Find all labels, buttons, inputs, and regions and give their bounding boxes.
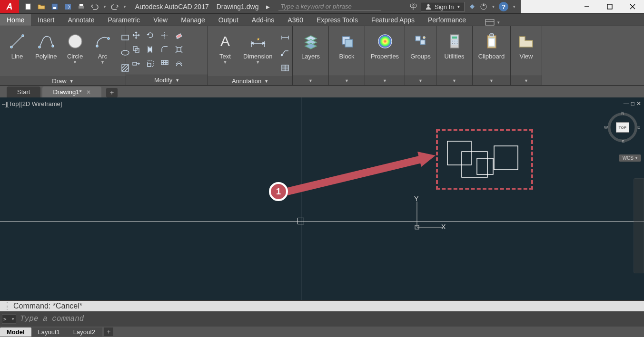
erase-icon[interactable] — [173, 29, 185, 41]
a360-icon[interactable] — [480, 3, 487, 10]
panel-modify-footer[interactable]: Modify▼ — [126, 75, 208, 85]
drawing-canvas[interactable]: –][Top][2D Wireframe] — □ ✕ Y X 1 TOP N — [0, 97, 644, 300]
panel-groups-footer[interactable]: ▼ — [405, 76, 436, 85]
file-tab-drawing1[interactable]: Drawing1* ✕ — [42, 87, 101, 97]
text-button[interactable]: A Text ▼ — [212, 29, 238, 67]
command-handle-icon[interactable]: ⋮⋮ — [4, 302, 10, 310]
mirror-icon[interactable] — [144, 43, 157, 56]
layers-button[interactable]: Layers — [297, 29, 324, 62]
command-prompt-icon[interactable]: >_ ▼ — [2, 314, 16, 324]
rotate-icon[interactable] — [144, 29, 157, 41]
tab-featuredapps[interactable]: Featured Apps — [365, 14, 421, 26]
search-icon[interactable] — [409, 3, 417, 10]
view-button[interactable]: View — [513, 29, 540, 62]
new-icon[interactable] — [23, 1, 33, 12]
layout-tab-layout1[interactable]: Layout1 — [31, 327, 67, 337]
open-icon[interactable] — [36, 1, 47, 12]
redo-icon[interactable] — [109, 1, 120, 12]
explode-icon[interactable] — [173, 43, 185, 56]
undo-icon[interactable] — [89, 1, 100, 12]
move-icon[interactable] — [130, 29, 142, 41]
viewport-label[interactable]: –][Top][2D Wireframe] — [2, 100, 62, 107]
arc-button[interactable]: Arc ▼ — [89, 29, 116, 67]
tab-annotate[interactable]: Annotate — [61, 14, 101, 26]
svg-rect-75 — [452, 40, 453, 42]
panel-block-footer[interactable]: ▼ — [329, 76, 365, 85]
person-icon — [425, 3, 432, 10]
tab-view[interactable]: View — [147, 14, 174, 26]
help-button[interactable]: ? — [499, 2, 508, 11]
tab-output[interactable]: Output — [212, 14, 245, 26]
ribbon-tabs: Home Insert Annotate Parametric View Man… — [0, 13, 644, 26]
array-icon[interactable] — [159, 58, 171, 70]
viewport-minimize-icon[interactable]: — — [624, 100, 629, 107]
panel-properties-footer[interactable]: ▼ — [365, 76, 405, 85]
infocenter-search[interactable] — [278, 3, 381, 10]
properties-button[interactable]: Properties — [367, 29, 403, 62]
quick-access-toolbar: ▼ ▼ — [19, 1, 130, 12]
dimension-button[interactable]: ★ Dimension ▼ — [239, 29, 276, 67]
scale-icon[interactable] — [144, 58, 157, 70]
polyline-button[interactable]: Polyline — [31, 29, 61, 62]
panel-layers-footer[interactable]: ▼ — [293, 76, 328, 85]
command-input[interactable] — [20, 315, 642, 323]
groups-button[interactable]: Groups — [406, 29, 435, 62]
file-tab-start[interactable]: Start — [7, 87, 40, 97]
offset-icon[interactable] — [173, 58, 185, 70]
layout-tab-layout2[interactable]: Layout2 — [67, 327, 102, 337]
maximize-button[interactable] — [598, 0, 621, 13]
ribbon: Line Polyline Circle ▼ Arc ▼ Draw▼ — [0, 26, 644, 85]
exchange-icon[interactable] — [468, 3, 476, 10]
panel-annotation-footer[interactable]: Annotation▼ — [208, 77, 292, 85]
layout-tab-model[interactable]: Model — [0, 327, 31, 337]
svg-point-9 — [427, 4, 429, 7]
new-tab-button[interactable]: ＋ — [106, 88, 118, 97]
tab-performance[interactable]: Performance — [421, 14, 473, 26]
viewport-close-icon[interactable]: ✕ — [636, 100, 641, 107]
tab-expresstools[interactable]: Express Tools — [310, 14, 365, 26]
tab-home[interactable]: Home — [0, 14, 31, 26]
file-title: Drawing1.dwg — [217, 3, 259, 10]
add-layout-button[interactable]: ＋ — [104, 327, 113, 336]
save-icon[interactable] — [50, 1, 60, 12]
svg-rect-44 — [133, 62, 137, 65]
navigation-bar[interactable] — [634, 178, 644, 273]
command-history[interactable]: ⋮⋮ Command: *Cancel* — [0, 301, 644, 311]
title-dropdown-icon[interactable]: ▶ — [266, 4, 270, 10]
circle-button[interactable]: Circle ▼ — [62, 29, 89, 67]
tab-insert[interactable]: Insert — [31, 14, 61, 26]
panel-draw-footer[interactable]: Draw▼ — [0, 77, 126, 85]
viewcube[interactable]: TOP N E S W — [607, 112, 638, 143]
wcs-dropdown[interactable]: WCS▾ — [619, 154, 641, 162]
block-button[interactable]: Block — [334, 29, 360, 62]
stretch-icon[interactable] — [130, 58, 142, 70]
ribbon-minimize-icon[interactable] — [485, 19, 495, 26]
tab-addins[interactable]: Add-ins — [245, 14, 281, 26]
search-input[interactable] — [278, 3, 381, 10]
plot-icon[interactable] — [76, 1, 87, 12]
linear-dim-icon[interactable] — [278, 31, 292, 44]
panel-view-footer[interactable]: ▼ — [511, 76, 542, 85]
svg-line-18 — [11, 36, 23, 47]
svg-point-22 — [52, 45, 54, 47]
minimize-button[interactable] — [575, 0, 598, 13]
clipboard-button[interactable]: Clipboard — [475, 29, 509, 62]
utilities-button[interactable]: Utilities — [441, 29, 468, 62]
leader-icon[interactable] — [278, 46, 292, 59]
line-button[interactable]: Line — [4, 29, 30, 62]
table-icon[interactable] — [278, 61, 292, 75]
close-tab-icon[interactable]: ✕ — [86, 89, 91, 96]
fillet-icon[interactable] — [159, 43, 171, 56]
panel-utilities-footer[interactable]: ▼ — [436, 76, 472, 85]
trim-icon[interactable] — [159, 29, 171, 41]
signin-button[interactable]: Sign In ▼ — [421, 2, 465, 12]
panel-clipboard-footer[interactable]: ▼ — [473, 76, 510, 85]
copy-icon[interactable] — [130, 43, 142, 56]
tab-a360[interactable]: A360 — [281, 14, 310, 26]
tab-manage[interactable]: Manage — [174, 14, 212, 26]
saveas-icon[interactable] — [63, 1, 73, 12]
close-button[interactable] — [621, 0, 644, 13]
tab-parametric[interactable]: Parametric — [101, 14, 147, 26]
viewport-maximize-icon[interactable]: □ — [631, 100, 634, 107]
application-menu-button[interactable]: A — [0, 0, 19, 13]
